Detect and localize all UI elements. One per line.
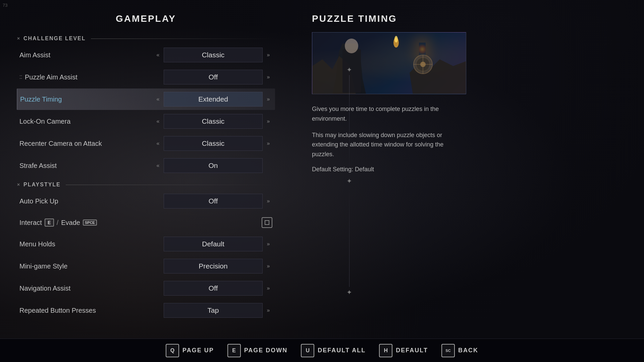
mini-game-right-arrow[interactable]: » bbox=[264, 263, 272, 269]
challenge-level-header: ✕ CHALLENGE LEVEL bbox=[17, 36, 275, 42]
dots-icon: ⁚⁚ bbox=[19, 74, 22, 80]
back-button[interactable]: SC BACK bbox=[441, 344, 478, 357]
challenge-level-label: CHALLENGE LEVEL bbox=[23, 36, 86, 42]
e-key: E bbox=[227, 344, 241, 357]
strafe-assist-row[interactable]: Strafe Assist « On » bbox=[17, 155, 275, 176]
page-up-label: PAGE UP bbox=[182, 347, 214, 354]
navigation-assist-value-container: « Off » bbox=[154, 281, 272, 296]
puzzle-aim-assist-row[interactable]: ⁚⁚ Puzzle Aim Assist « Off » bbox=[17, 66, 275, 88]
recenter-camera-row[interactable]: Recenter Camera on Attack « Classic » bbox=[17, 133, 275, 154]
page-down-button[interactable]: E PAGE DOWN bbox=[227, 344, 288, 357]
repeated-button-value: Tap bbox=[164, 303, 263, 318]
menu-holds-label: Menu Holds bbox=[19, 240, 154, 248]
puzzle-timing-value-container: « Extended » bbox=[154, 92, 272, 107]
interact-value-box bbox=[161, 215, 260, 230]
section-title: GAMEPLAY bbox=[17, 13, 275, 24]
default-all-button[interactable]: U DEFAULT ALL bbox=[301, 344, 366, 357]
key-e-badge: E bbox=[45, 219, 54, 227]
slash-text: / bbox=[57, 219, 59, 227]
section-divider bbox=[17, 176, 275, 180]
sc-key: SC bbox=[441, 344, 455, 357]
playstyle-settings: Auto Pick Up « Off » Interact E / Evade … bbox=[17, 190, 275, 321]
interact-evade-row: Interact E / Evade SPCE bbox=[17, 213, 275, 233]
auto-pick-up-row[interactable]: Auto Pick Up « Off » bbox=[17, 190, 275, 212]
recenter-left-arrow[interactable]: « bbox=[154, 140, 162, 146]
square-icon bbox=[262, 217, 272, 228]
default-all-label: DEFAULT ALL bbox=[318, 347, 366, 354]
main-container: GAMEPLAY ✕ CHALLENGE LEVEL Aim Assist « … bbox=[0, 0, 644, 362]
default-label: DEFAULT bbox=[396, 347, 428, 354]
detail-title: PUZZLE TIMING bbox=[312, 13, 624, 24]
menu-holds-right-arrow[interactable]: » bbox=[264, 241, 272, 247]
recenter-camera-value-container: « Classic » bbox=[154, 136, 272, 151]
mini-game-style-value: Precision bbox=[164, 259, 263, 274]
auto-pick-up-value: Off bbox=[164, 194, 263, 208]
nav-assist-right-arrow[interactable]: » bbox=[264, 285, 272, 291]
auto-pick-up-value-container: « Off » bbox=[154, 194, 272, 208]
detail-description-1: Gives you more time to complete puzzles … bbox=[312, 104, 466, 124]
page-down-label: PAGE DOWN bbox=[244, 347, 288, 354]
repeated-right-arrow[interactable]: » bbox=[264, 307, 272, 313]
q-key: Q bbox=[166, 344, 179, 357]
u-key: U bbox=[301, 344, 314, 357]
puzzle-aim-right-arrow[interactable]: » bbox=[264, 74, 272, 80]
auto-pickup-right-arrow[interactable]: » bbox=[264, 198, 272, 204]
puzzle-aim-assist-label: ⁚⁚ Puzzle Aim Assist bbox=[19, 73, 154, 81]
aim-assist-right-arrow[interactable]: » bbox=[264, 52, 272, 58]
playstyle-header: ✕ PLAYSTYLE bbox=[17, 182, 275, 188]
top-diamond: ✦ bbox=[346, 66, 352, 74]
playstyle-label: PLAYSTYLE bbox=[23, 182, 61, 188]
puzzle-timing-left-arrow[interactable]: « bbox=[154, 96, 162, 102]
menu-holds-row[interactable]: Menu Holds « Default » bbox=[17, 233, 275, 255]
interact-value-container bbox=[151, 215, 272, 230]
svg-point-4 bbox=[345, 39, 358, 53]
evade-text: Evade bbox=[61, 219, 80, 227]
scene-svg bbox=[312, 33, 466, 94]
page-up-button[interactable]: Q PAGE UP bbox=[166, 344, 214, 357]
puzzle-aim-assist-value-container: « Off » bbox=[154, 70, 272, 84]
frame-counter: 73 bbox=[3, 3, 7, 8]
puzzle-timing-right-arrow[interactable]: » bbox=[264, 96, 272, 102]
puzzle-timing-value: Extended bbox=[164, 92, 263, 107]
back-label: BACK bbox=[458, 347, 478, 354]
left-panel: GAMEPLAY ✕ CHALLENGE LEVEL Aim Assist « … bbox=[0, 0, 292, 362]
h-key: H bbox=[379, 344, 392, 357]
interact-label: Interact E / Evade SPCE bbox=[19, 219, 151, 227]
strafe-assist-value: On bbox=[164, 158, 263, 173]
mini-game-style-label: Mini-game Style bbox=[19, 262, 154, 270]
lock-on-camera-label: Lock-On Camera bbox=[19, 118, 154, 125]
challenge-diamond-icon: ✕ bbox=[17, 36, 20, 41]
side-line-bottom bbox=[349, 186, 350, 287]
navigation-assist-row[interactable]: Navigation Assist « Off » bbox=[17, 278, 275, 299]
strafe-assist-value-container: « On » bbox=[154, 158, 272, 173]
aim-assist-left-arrow[interactable]: « bbox=[154, 52, 162, 58]
repeated-button-row[interactable]: Repeated Button Presses « Tap » bbox=[17, 300, 275, 321]
puzzle-timing-row[interactable]: Puzzle Timing « Extended » bbox=[17, 88, 275, 110]
side-decoration-right: ✦ ✦ ✦ bbox=[346, 66, 352, 296]
detail-description-2: This may include slowing down puzzle obj… bbox=[312, 130, 466, 159]
lock-on-right-arrow[interactable]: » bbox=[264, 118, 272, 124]
puzzle-timing-label: Puzzle Timing bbox=[20, 96, 154, 103]
navigation-assist-label: Navigation Assist bbox=[19, 285, 154, 292]
lock-on-camera-value-container: « Classic » bbox=[154, 114, 272, 129]
aim-assist-row[interactable]: Aim Assist « Classic » bbox=[17, 44, 275, 66]
strafe-left-arrow[interactable]: « bbox=[154, 163, 162, 169]
aim-assist-value: Classic bbox=[164, 48, 263, 62]
puzzle-aim-assist-value: Off bbox=[164, 70, 263, 84]
playstyle-line bbox=[66, 185, 275, 185]
lock-on-camera-value: Classic bbox=[164, 114, 263, 129]
interact-text: Interact bbox=[19, 219, 42, 227]
aim-assist-label: Aim Assist bbox=[19, 51, 154, 59]
navigation-assist-value: Off bbox=[164, 281, 263, 296]
aim-assist-value-container: « Classic » bbox=[154, 48, 272, 62]
detail-default-setting: Default Setting: Default bbox=[312, 166, 624, 173]
challenge-level-settings: Aim Assist « Classic » ⁚⁚ Puzzle Aim Ass… bbox=[17, 44, 275, 176]
default-button[interactable]: H DEFAULT bbox=[379, 344, 428, 357]
key-spce-badge: SPCE bbox=[83, 220, 97, 226]
mini-game-style-row[interactable]: Mini-game Style « Precision » bbox=[17, 255, 275, 277]
lock-on-camera-row[interactable]: Lock-On Camera « Classic » bbox=[17, 111, 275, 132]
recenter-right-arrow[interactable]: » bbox=[264, 140, 272, 146]
lock-on-left-arrow[interactable]: « bbox=[154, 118, 162, 124]
square-inner bbox=[265, 220, 269, 225]
side-line-top bbox=[349, 75, 350, 176]
